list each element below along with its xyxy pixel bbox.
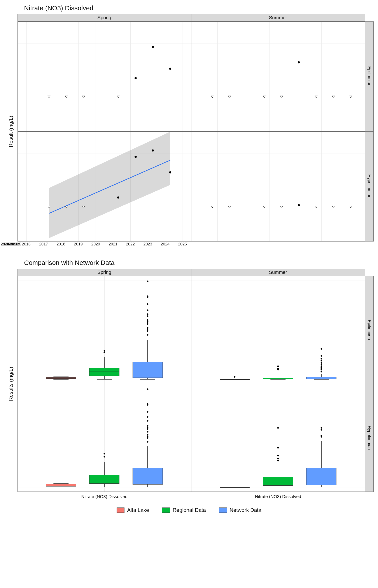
figure-boxplot: Comparison with Network Data Spring Summ… bbox=[4, 259, 374, 513]
figure-title: Nitrate (NO3) Dissolved bbox=[24, 4, 374, 12]
legend-label: Regional Data bbox=[173, 507, 206, 513]
svg-marker-0 bbox=[49, 132, 170, 238]
legend-label: Alta Lake bbox=[127, 507, 149, 513]
y-axis-title: Result (mg/L) bbox=[4, 21, 17, 241]
panel-summer-hypo bbox=[191, 132, 365, 241]
panel-summer-hypo bbox=[191, 384, 365, 492]
legend-item-network: Network Data bbox=[219, 507, 261, 513]
row-strip-hypo: Hypolimnion bbox=[365, 132, 374, 241]
legend-item-regional: Regional Data bbox=[162, 507, 206, 513]
y-axis-title: Results (mg/L) bbox=[4, 276, 17, 492]
panel-summer-epi bbox=[191, 276, 365, 384]
row-strip-hypo: Hypolimnion bbox=[365, 384, 374, 492]
col-strip-spring: Spring bbox=[17, 269, 191, 276]
panel-spring-epi: 0.0 0.1 0.2 0.3 0.4 0.5 bbox=[17, 276, 191, 384]
legend: Alta Lake Regional Data Network Data bbox=[4, 507, 374, 513]
x-axis-left: Nitrate (NO3) Dissolved bbox=[17, 492, 191, 500]
legend-item-alta: Alta Lake bbox=[117, 507, 149, 513]
legend-label: Network Data bbox=[230, 507, 261, 513]
panel-spring-hypo: 0.00 0.01 0.02 bbox=[17, 132, 191, 241]
figure-title: Comparison with Network Data bbox=[24, 259, 374, 267]
legend-key-icon bbox=[117, 508, 124, 513]
legend-key-icon bbox=[162, 508, 170, 513]
col-strip-summer: Summer bbox=[191, 14, 365, 21]
figure-scatter: Nitrate (NO3) Dissolved Spring Summer Re… bbox=[4, 4, 374, 250]
panel-spring-epi: 0.00 0.01 0.02 bbox=[17, 21, 191, 132]
row-strip-epi: Epilimnion bbox=[365, 21, 374, 132]
x-axis-right: Nitrate (NO3) Dissolved bbox=[191, 492, 365, 500]
col-strip-spring: Spring bbox=[17, 14, 191, 21]
panel-summer-epi bbox=[191, 21, 365, 132]
col-strip-summer: Summer bbox=[191, 269, 365, 276]
legend-key-icon bbox=[219, 508, 227, 513]
x-axis-right: 2016201720182019202020212022202320242025 bbox=[17, 241, 191, 250]
panel-spring-hypo: 0.0 0.1 0.2 0.3 0.4 0.5 bbox=[17, 384, 191, 492]
x-axis-left: 2016201720182019202020212022202320242025 bbox=[4, 241, 17, 250]
row-strip-epi: Epilimnion bbox=[365, 276, 374, 384]
